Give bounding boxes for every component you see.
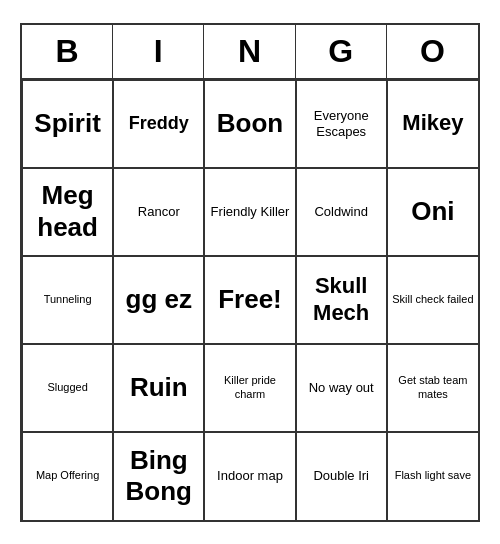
cell-text: Free! [218,284,282,315]
bingo-cell: Free! [204,256,295,344]
bingo-cell: Friendly Killer [204,168,295,256]
bingo-cell: Get stab team mates [387,344,478,432]
header-letter: N [204,25,295,78]
bingo-header: BINGO [22,25,478,80]
cell-text: Spirit [34,108,100,139]
cell-text: Oni [411,196,454,227]
bingo-cell: Rancor [113,168,204,256]
cell-text: Skill check failed [392,293,473,306]
cell-text: gg ez [126,284,192,315]
cell-text: Killer pride charm [209,374,290,400]
cell-text: Slugged [47,381,87,394]
bingo-cell: Freddy [113,80,204,168]
bingo-cell: Killer pride charm [204,344,295,432]
cell-text: Friendly Killer [211,204,290,220]
bingo-cell: Double Iri [296,432,387,520]
bingo-cell: Ruin [113,344,204,432]
bingo-cell: Spirit [22,80,113,168]
cell-text: Tunneling [44,293,92,306]
bingo-cell: Mikey [387,80,478,168]
header-letter: I [113,25,204,78]
cell-text: Map Offering [36,469,99,482]
cell-text: Double Iri [313,468,369,484]
cell-text: Coldwind [314,204,367,220]
bingo-cell: Bing Bong [113,432,204,520]
cell-text: Skull Mech [301,273,382,326]
bingo-grid: SpiritFreddyBoonEveryone EscapesMikeyMeg… [22,80,478,520]
cell-text: Indoor map [217,468,283,484]
header-letter: G [296,25,387,78]
cell-text: Meg head [27,180,108,242]
bingo-cell: Skull Mech [296,256,387,344]
bingo-cell: Coldwind [296,168,387,256]
bingo-cell: Map Offering [22,432,113,520]
cell-text: Bing Bong [118,445,199,507]
cell-text: Freddy [129,113,189,135]
bingo-cell: Boon [204,80,295,168]
cell-text: Everyone Escapes [301,108,382,139]
cell-text: Boon [217,108,283,139]
bingo-cell: Tunneling [22,256,113,344]
cell-text: Ruin [130,372,188,403]
bingo-card: BINGO SpiritFreddyBoonEveryone EscapesMi… [20,23,480,522]
cell-text: Get stab team mates [392,374,474,400]
bingo-cell: No way out [296,344,387,432]
bingo-cell: Everyone Escapes [296,80,387,168]
cell-text: Rancor [138,204,180,220]
bingo-cell: Slugged [22,344,113,432]
bingo-cell: Oni [387,168,478,256]
cell-text: No way out [309,380,374,396]
bingo-cell: gg ez [113,256,204,344]
cell-text: Flash light save [395,469,471,482]
header-letter: B [22,25,113,78]
cell-text: Mikey [402,110,463,136]
header-letter: O [387,25,478,78]
bingo-cell: Indoor map [204,432,295,520]
bingo-cell: Flash light save [387,432,478,520]
bingo-cell: Meg head [22,168,113,256]
bingo-cell: Skill check failed [387,256,478,344]
